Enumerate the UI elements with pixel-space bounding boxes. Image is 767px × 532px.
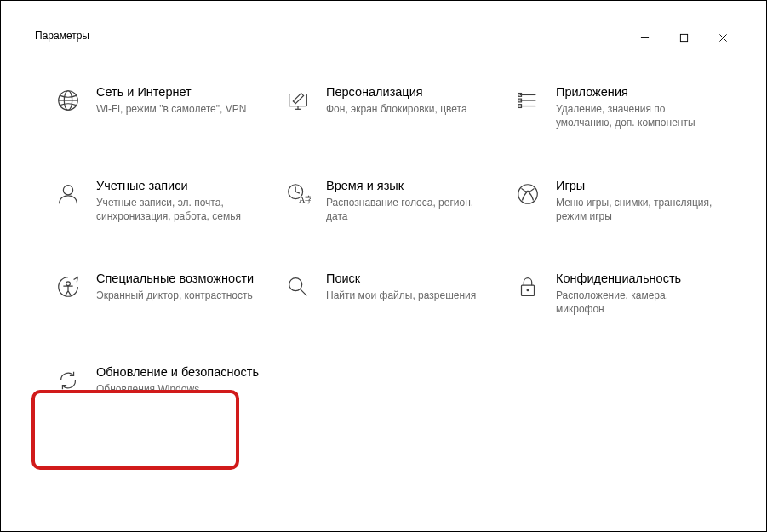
- tile-desc: Удаление, значения по умолчанию, доп. ко…: [556, 102, 718, 129]
- tile-desc: Wi-Fi, режим "в самолете", VPN: [96, 102, 246, 116]
- settings-grid: Сеть и Интернет Wi-Fi, режим "в самолете…: [54, 84, 734, 396]
- tile-title: Сеть и Интернет: [96, 84, 246, 100]
- xbox-icon: [513, 180, 542, 209]
- tile-title: Приложения: [556, 84, 718, 100]
- tile-network[interactable]: Сеть и Интернет Wi-Fi, режим "в самолете…: [54, 84, 275, 130]
- tile-privacy[interactable]: Конфиденциальность Расположение, камера,…: [513, 271, 735, 317]
- tile-title: Поиск: [326, 271, 476, 286]
- person-icon: [54, 180, 83, 209]
- minimize-button[interactable]: [625, 25, 664, 50]
- screenshot-frame: Параметры Сет: [0, 0, 767, 532]
- globe-icon: [54, 86, 83, 115]
- time-language-icon: А字: [283, 180, 312, 209]
- tile-title: Учетные записи: [96, 178, 258, 193]
- window-controls: [625, 25, 742, 50]
- svg-point-16: [63, 185, 72, 194]
- personalization-icon: [283, 86, 312, 115]
- svg-point-23: [289, 278, 302, 291]
- tile-title: Игры: [556, 178, 718, 193]
- apps-icon: [513, 86, 542, 115]
- ease-of-access-icon: [54, 272, 83, 301]
- update-icon: [54, 366, 83, 395]
- lock-icon: [513, 272, 542, 301]
- tile-desc: Расположение, камера, микрофон: [556, 289, 718, 316]
- tile-ease-of-access[interactable]: Специальные возможности Экранный диктор,…: [54, 271, 275, 317]
- tile-update-security[interactable]: Обновление и безопасность Обновления Win…: [54, 364, 275, 396]
- svg-point-26: [527, 289, 529, 291]
- tile-title: Время и язык: [326, 178, 488, 193]
- tile-title: Обновление и безопасность: [96, 364, 259, 380]
- window-title: Параметры: [35, 25, 89, 42]
- svg-rect-1: [680, 34, 687, 41]
- tile-desc: Распознавание голоса, регион, дата: [326, 196, 488, 223]
- tile-desc: Обновления Windows: [96, 382, 258, 396]
- tile-search[interactable]: Поиск Найти мои файлы, разрешения: [283, 271, 505, 317]
- tile-accounts[interactable]: Учетные записи Учетные записи, эл. почта…: [54, 178, 275, 224]
- svg-text:А字: А字: [299, 195, 311, 204]
- tile-gaming[interactable]: Игры Меню игры, снимки, трансляция, режи…: [513, 178, 735, 224]
- tile-desc: Учетные записи, эл. почта, синхронизация…: [96, 196, 258, 223]
- tile-title: Персонализация: [326, 84, 467, 100]
- tile-desc: Экранный диктор, контрастность: [96, 289, 254, 302]
- maximize-button[interactable]: [664, 25, 703, 50]
- svg-point-21: [518, 184, 538, 203]
- tile-time-language[interactable]: А字 Время и язык Распознавание голоса, ре…: [283, 178, 505, 224]
- search-icon: [283, 272, 312, 301]
- settings-content: Сеть и Интернет Wi-Fi, режим "в самолете…: [25, 50, 742, 404]
- tile-desc: Меню игры, снимки, трансляция, режим игр…: [556, 196, 718, 223]
- svg-line-19: [295, 192, 300, 193]
- tile-personalization[interactable]: Персонализация Фон, экран блокировки, цв…: [283, 84, 505, 130]
- tile-title: Специальные возможности: [96, 271, 254, 286]
- svg-line-24: [301, 289, 307, 296]
- settings-window: Параметры Сет: [25, 25, 742, 507]
- tile-title: Конфиденциальность: [556, 271, 718, 286]
- tile-apps[interactable]: Приложения Удаление, значения по умолчан…: [513, 84, 735, 130]
- tile-desc: Найти мои файлы, разрешения: [326, 289, 476, 302]
- tile-desc: Фон, экран блокировки, цвета: [326, 102, 467, 116]
- titlebar: Параметры: [25, 25, 742, 50]
- svg-point-22: [66, 282, 71, 286]
- close-button[interactable]: [703, 25, 742, 50]
